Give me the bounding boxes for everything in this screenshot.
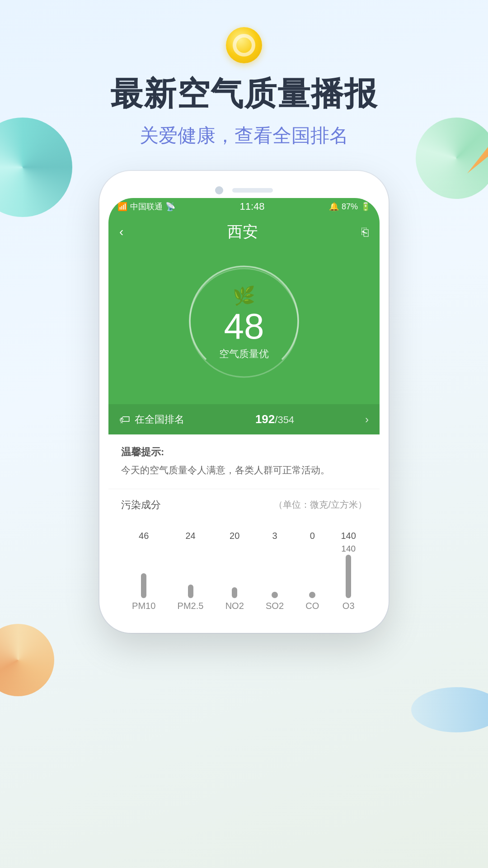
status-bar: 📶 中国联通 📡 11:48 🔔 87% 🔋 xyxy=(108,198,380,215)
pollutant-value: 3 xyxy=(272,531,277,541)
ranking-label: 在全国排名 xyxy=(135,413,184,426)
phone-camera xyxy=(215,186,223,194)
tip-section: 温馨提示: 今天的空气质量令人满意，各类人群可正常活动。 xyxy=(108,434,380,489)
status-right: 🔔 87% 🔋 xyxy=(329,202,371,212)
pollutant-name: PM2.5 xyxy=(178,601,204,611)
app-icon-ring xyxy=(233,34,255,57)
tip-title: 温馨提示: xyxy=(121,445,367,459)
top-section: 最新空气质量播报 关爱健康，查看全国排名 xyxy=(0,0,488,148)
ranking-left: 🏷 在全国排名 xyxy=(119,413,184,426)
phone-inner: 📶 中国联通 📡 11:48 🔔 87% 🔋 ‹ 西安 ⎗ xyxy=(108,198,380,624)
pollutant-name: NO2 xyxy=(225,601,244,611)
pollutants-section: 污染成分 （单位：微克/立方米） 46PM1024PM2.520NO23SO20… xyxy=(108,489,380,624)
ranking-current: 192 xyxy=(255,412,275,426)
pollutant-value: 0 xyxy=(310,531,315,541)
pollutant-dot xyxy=(309,592,315,598)
pollutant-name: O3 xyxy=(343,601,355,611)
pollutant-value: 46 xyxy=(139,531,149,541)
carrier-text: 中国联通 xyxy=(130,201,163,212)
bg-deco-circle-bl xyxy=(0,624,54,696)
pollutant-value: 24 xyxy=(185,531,195,541)
share-button[interactable]: ⎗ xyxy=(361,225,369,239)
pollutants-header: 污染成分 （单位：微克/立方米） xyxy=(121,498,367,512)
pollutant-item: 20NO2 xyxy=(225,531,244,611)
back-button[interactable]: ‹ xyxy=(119,225,123,239)
status-left: 📶 中国联通 📡 xyxy=(117,201,175,212)
alarm-icon: 🔔 xyxy=(329,202,339,212)
phone-top-bar xyxy=(108,180,380,198)
status-time: 11:48 xyxy=(239,201,264,212)
app-icon xyxy=(226,27,262,63)
pollutant-item: 3SO2 xyxy=(266,531,284,611)
pollutant-item: 140140O3 xyxy=(341,531,356,611)
main-title: 最新空气质量播报 xyxy=(0,72,488,116)
pollutant-name: SO2 xyxy=(266,601,284,611)
signal-icon: 📶 xyxy=(117,202,127,212)
pollutants-unit: （单位：微克/立方米） xyxy=(274,499,367,511)
flag-icon: 🏷 xyxy=(119,413,130,426)
phone-frame: 📶 中国联通 📡 11:48 🔔 87% 🔋 ‹ 西安 ⎗ xyxy=(99,171,389,633)
battery-text: 87% xyxy=(342,202,358,212)
bar-wrapper: 140 xyxy=(341,544,356,598)
pollutant-name: CO xyxy=(305,601,319,611)
pollutant-item: 46PM10 xyxy=(132,531,155,611)
pollutants-title: 污染成分 xyxy=(121,498,161,512)
bar-wrapper xyxy=(272,544,278,598)
pollutant-bar xyxy=(188,585,193,598)
pollutant-bar xyxy=(141,573,146,598)
bar-wrapper xyxy=(188,544,193,598)
ranking-total: 354 xyxy=(277,414,294,425)
aqi-value: 48 xyxy=(219,308,269,344)
phone-speaker xyxy=(232,188,273,193)
sub-title: 关爱健康，查看全国排名 xyxy=(0,123,488,148)
pollutant-bar xyxy=(232,587,237,598)
gauge-inner: 🌿 48 空气质量优 xyxy=(219,285,269,361)
pollutant-bar xyxy=(346,555,351,598)
bar-wrapper xyxy=(232,544,237,598)
battery-icon: 🔋 xyxy=(361,202,371,212)
pollutant-value: 20 xyxy=(230,531,239,541)
pollutant-name: PM10 xyxy=(132,601,155,611)
pollutant-dot xyxy=(272,592,278,598)
wifi-icon: 📡 xyxy=(165,202,175,212)
aqi-label: 空气质量优 xyxy=(219,347,269,361)
city-title: 西安 xyxy=(227,222,258,242)
ranking-bar[interactable]: 🏷 在全国排名 192/354 › xyxy=(108,404,380,434)
pollutant-item: 24PM2.5 xyxy=(178,531,204,611)
pollutant-item: 0CO xyxy=(305,531,319,611)
bar-wrapper xyxy=(141,544,146,598)
content-area: 温馨提示: 今天的空气质量令人满意，各类人群可正常活动。 污染成分 （单位：微克… xyxy=(108,434,380,624)
aqi-section: 🌿 48 空气质量优 xyxy=(108,250,380,404)
tip-content: 今天的空气质量令人满意，各类人群可正常活动。 xyxy=(121,462,367,478)
leaf-icon: 🌿 xyxy=(219,285,269,307)
ranking-numbers: 192/354 xyxy=(255,412,294,426)
app-header: ‹ 西安 ⎗ xyxy=(108,215,380,250)
phone-mockup: 📶 中国联通 📡 11:48 🔔 87% 🔋 ‹ 西安 ⎗ xyxy=(99,171,389,633)
gauge-container: 🌿 48 空气质量优 xyxy=(176,255,312,391)
bg-deco-shape-br xyxy=(411,687,488,732)
bar-wrapper xyxy=(309,544,315,598)
ranking-arrow[interactable]: › xyxy=(365,413,369,426)
pollutants-chart: 46PM1024PM2.520NO23SO20CO140140O3 xyxy=(121,521,367,611)
pollutant-value: 140 xyxy=(341,531,356,541)
